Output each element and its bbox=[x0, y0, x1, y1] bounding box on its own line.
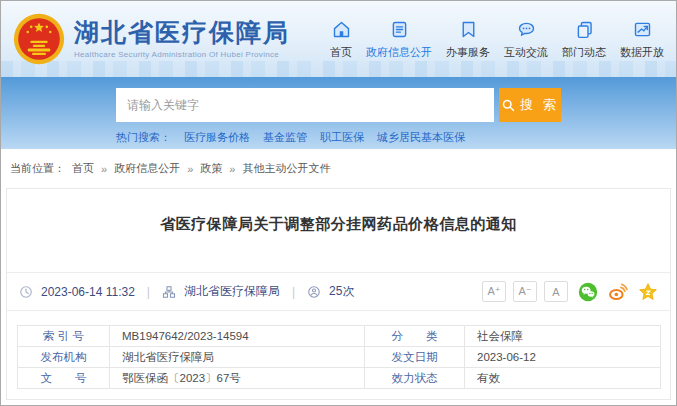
nav-label: 互动交流 bbox=[504, 45, 548, 60]
hot-search-label: 热门搜索： bbox=[116, 130, 171, 145]
doc-number-value: 鄂医保函〔2023〕67号 bbox=[110, 368, 365, 389]
search-button-label: 搜 索 bbox=[520, 96, 559, 114]
meta-separator: | bbox=[292, 285, 295, 299]
validity-status-value: 有效 bbox=[465, 368, 661, 389]
nav-item-services[interactable]: 办事服务 bbox=[446, 19, 490, 60]
search-button[interactable]: 搜 索 bbox=[499, 88, 561, 122]
hot-search-link[interactable]: 城乡居民基本医保 bbox=[377, 130, 465, 145]
issue-date-label: 发文日期 bbox=[365, 347, 465, 368]
nav-label: 数据开放 bbox=[620, 45, 664, 60]
issuing-agency-value: 湖北省医疗保障局 bbox=[110, 347, 365, 368]
nav-item-department-news[interactable]: 部门动态 bbox=[562, 19, 606, 60]
search-banner: 搜 索 热门搜索： 医疗服务价格 基金监管 职工医保 城乡居民基本医保 bbox=[1, 77, 676, 149]
views-icon bbox=[307, 285, 321, 299]
chart-icon bbox=[632, 19, 653, 40]
index-number-label: 索 引 号 bbox=[18, 326, 110, 347]
hot-search-link[interactable]: 医疗服务价格 bbox=[184, 130, 250, 145]
breadcrumb-item-current: 其他主动公开文件 bbox=[242, 161, 330, 176]
nav-item-gov-info[interactable]: 政府信息公开 bbox=[366, 19, 432, 60]
source-sitemap-icon bbox=[162, 285, 176, 299]
chat-icon bbox=[516, 19, 537, 40]
article-card: 省医疗保障局关于调整部分挂网药品价格信息的通知 2023-06-14 11:32… bbox=[6, 188, 671, 400]
font-decrease-button[interactable]: A⁻ bbox=[513, 281, 537, 302]
nav-label: 首页 bbox=[330, 45, 352, 60]
weibo-icon[interactable] bbox=[608, 282, 628, 302]
nav-item-interaction[interactable]: 互动交流 bbox=[504, 19, 548, 60]
clock-icon bbox=[19, 285, 33, 299]
star-favorite-icon[interactable] bbox=[638, 282, 658, 302]
hot-search-row: 热门搜索： 医疗服务价格 基金监管 职工医保 城乡居民基本医保 bbox=[116, 130, 676, 145]
article-tools: A⁺ A⁻ A bbox=[482, 281, 658, 302]
national-emblem-logo bbox=[13, 13, 65, 65]
meta-separator: | bbox=[147, 285, 150, 299]
font-reset-button[interactable]: A bbox=[544, 281, 568, 302]
breadcrumb: 当前位置： 首页 » 政府信息公开 » 政策 » 其他主动公开文件 bbox=[1, 149, 676, 188]
site-header: 湖北省医疗保障局 Healthcare Security Administrat… bbox=[1, 1, 676, 77]
nav-label: 部门动态 bbox=[562, 45, 606, 60]
issue-date-value: 2023-06-12 bbox=[465, 347, 661, 368]
issuing-agency-label: 发布机构 bbox=[18, 347, 110, 368]
breadcrumb-separator: » bbox=[101, 163, 107, 175]
document-icon bbox=[389, 19, 410, 40]
doc-number-label: 文 号 bbox=[18, 368, 110, 389]
table-row: 发布机构 湖北省医疗保障局 发文日期 2023-06-12 bbox=[18, 347, 661, 368]
validity-status-label: 效力状态 bbox=[365, 368, 465, 389]
breadcrumb-separator: » bbox=[187, 163, 193, 175]
breadcrumb-item-policy[interactable]: 政策 bbox=[200, 161, 222, 176]
breadcrumb-item-home[interactable]: 首页 bbox=[72, 161, 94, 176]
source-name: 湖北省医疗保障局 bbox=[184, 283, 280, 300]
category-label: 分 类 bbox=[365, 326, 465, 347]
nav-item-open-data[interactable]: 数据开放 bbox=[620, 19, 664, 60]
hot-search-link[interactable]: 基金监管 bbox=[263, 130, 307, 145]
font-increase-button[interactable]: A⁺ bbox=[482, 281, 506, 302]
table-row: 索 引 号 MB1947642/2023-14594 分 类 社会保障 bbox=[18, 326, 661, 347]
search-row: 搜 索 bbox=[116, 88, 676, 122]
skyline-decoration bbox=[1, 61, 676, 77]
hot-search-link[interactable]: 职工医保 bbox=[320, 130, 364, 145]
category-value: 社会保障 bbox=[465, 326, 661, 347]
article-meta-bar: 2023-06-14 11:32 | 湖北省医疗保障局 | 25次 A⁺ A⁻ … bbox=[7, 272, 670, 311]
nav-item-home[interactable]: 首页 bbox=[330, 19, 352, 60]
table-row: 文 号 鄂医保函〔2023〕67号 效力状态 有效 bbox=[18, 368, 661, 389]
home-icon bbox=[331, 19, 352, 40]
site-title-block: 湖北省医疗保障局 Healthcare Security Administrat… bbox=[74, 19, 290, 60]
site-subtitle: Healthcare Security Administration Of Hu… bbox=[74, 50, 290, 59]
view-count: 25次 bbox=[329, 283, 354, 300]
nav-label: 政府信息公开 bbox=[366, 45, 432, 60]
breadcrumb-label: 当前位置： bbox=[10, 161, 65, 176]
bookmark-icon bbox=[458, 19, 479, 40]
index-number-value: MB1947642/2023-14594 bbox=[110, 326, 365, 347]
publish-date: 2023-06-14 11:32 bbox=[41, 285, 135, 299]
search-icon bbox=[501, 98, 516, 113]
document-info-table: 索 引 号 MB1947642/2023-14594 分 类 社会保障 发布机构… bbox=[17, 325, 661, 389]
article-meta-info: 2023-06-14 11:32 | 湖北省医疗保障局 | 25次 bbox=[19, 283, 354, 300]
main-nav: 首页 政府信息公开 办事服务 互动交流 bbox=[330, 19, 664, 60]
wechat-icon[interactable] bbox=[578, 282, 598, 302]
breadcrumb-separator: » bbox=[229, 163, 235, 175]
search-input[interactable] bbox=[116, 88, 494, 122]
pages-icon bbox=[574, 19, 595, 40]
nav-label: 办事服务 bbox=[446, 45, 490, 60]
article-title: 省医疗保障局关于调整部分挂网药品价格信息的通知 bbox=[7, 215, 670, 234]
breadcrumb-item-gov-info[interactable]: 政府信息公开 bbox=[114, 161, 180, 176]
site-title: 湖北省医疗保障局 bbox=[74, 19, 290, 47]
